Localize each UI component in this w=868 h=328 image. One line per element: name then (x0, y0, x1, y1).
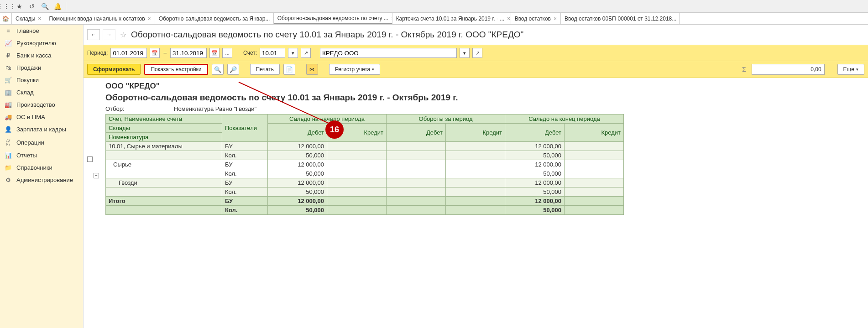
sidebar-icon: ⚙ (5, 177, 12, 183)
report-table: Счет, Наименование счета Показатели Саль… (105, 114, 624, 215)
dash: – (162, 50, 167, 56)
calendar-to-icon[interactable]: 📅 (209, 48, 220, 58)
close-icon[interactable]: × (554, 16, 557, 22)
org-dropdown-icon[interactable]: ▾ (460, 48, 470, 58)
col-nomen: Номенклатура (106, 133, 222, 142)
apps-icon[interactable]: ⋮⋮⋮ (2, 2, 11, 11)
col-account: Счет, Наименование счета (106, 115, 222, 124)
table-row[interactable]: ГвоздиБУ12 000,0012 000,00 (106, 178, 624, 187)
close-icon[interactable]: × (38, 16, 41, 22)
sidebar-icon: 📊 (5, 152, 12, 159)
period-label: Период: (87, 50, 108, 56)
table-row[interactable]: Кол.50,00050,000 (106, 169, 624, 178)
sidebar-icon: 🏢 (5, 89, 12, 96)
filter-bar: Период: 📅 – 📅 ... Счет: ▾ ↗ ▾ ↗ (84, 45, 868, 61)
history-icon[interactable]: ↺ (27, 2, 37, 11)
sidebar-item-0[interactable]: ≡Главное (0, 25, 83, 37)
company-name: ООО "КРЕДО" (105, 82, 864, 91)
collapse-handle[interactable]: − (87, 156, 93, 162)
date-to-input[interactable] (170, 48, 207, 58)
tab-4[interactable]: Карточка счета 10.01 за Январь 2019 г. -… (392, 13, 511, 24)
account-dropdown-icon[interactable]: ▾ (288, 48, 298, 58)
close-icon[interactable]: × (507, 16, 510, 22)
sidebar-label: Банк и касса (16, 52, 52, 59)
home-tab[interactable]: 🏠 (0, 13, 12, 24)
close-icon[interactable]: × (148, 16, 151, 22)
col-indicators: Показатели (222, 115, 268, 142)
close-icon[interactable]: × (679, 16, 680, 22)
show-settings-button[interactable]: Показать настройки (144, 64, 208, 75)
sidebar-icon: 🛒 (5, 77, 12, 83)
sidebar-item-1[interactable]: 📈Руководителю (0, 37, 83, 49)
tab-3[interactable]: Оборотно-сальдовая ведомость по счету ..… (274, 13, 392, 24)
table-row[interactable]: СырьеБУ12 000,0012 000,00 (106, 160, 624, 169)
date-from-input[interactable] (110, 48, 147, 58)
more-button[interactable]: Еще ▾ (837, 64, 864, 75)
sidebar: ≡Главное📈Руководителю₽Банк и касса🛍Прода… (0, 25, 84, 328)
sidebar-label: Продажи (16, 64, 41, 71)
page-header: ← → ☆ Оборотно-сальдовая ведомость по сч… (84, 25, 868, 45)
col-credit: Кредит (446, 124, 505, 142)
nav-back-button[interactable]: ← (87, 29, 100, 40)
account-open-icon[interactable]: ↗ (301, 48, 311, 58)
account-input[interactable] (260, 48, 285, 58)
sidebar-label: Зарплата и кадры (16, 126, 66, 133)
system-toolbar: ⋮⋮⋮ ★ ↺ 🔍 🔔 (0, 0, 868, 13)
table-row[interactable]: Кол.50,00050,000 (106, 151, 624, 160)
tab-0[interactable]: Склады× (12, 13, 45, 24)
sidebar-icon: ≡ (5, 27, 12, 34)
sidebar-item-5[interactable]: 🏢Склад (0, 86, 83, 99)
sidebar-label: Отчеты (16, 152, 37, 159)
tab-2[interactable]: Оборотно-сальдовая ведомость за Январ...… (155, 13, 274, 24)
period-picker-button[interactable]: ... (222, 48, 232, 58)
print-button[interactable]: Печать (250, 64, 280, 75)
find-icon[interactable]: 🔍 (212, 64, 224, 75)
sidebar-icon: 👤 (5, 126, 12, 133)
calendar-from-icon[interactable]: 📅 (150, 48, 160, 58)
sidebar-label: Операции (16, 139, 44, 146)
favorite-icon[interactable]: ☆ (118, 30, 128, 40)
account-label: Счет: (243, 50, 257, 56)
action-bar: Сформировать Показать настройки 🔍 🔎 Печа… (84, 61, 868, 78)
tab-1[interactable]: Помощник ввода начальных остатков× (45, 13, 155, 24)
col-debit: Дебет (268, 124, 327, 142)
sidebar-item-9[interactable]: Дт КтОперации (0, 135, 83, 149)
preview-icon[interactable]: 📄 (283, 64, 295, 75)
sidebar-item-7[interactable]: 🚚ОС и НМА (0, 111, 83, 123)
collapse-handle[interactable]: − (94, 173, 99, 178)
col-turnover: Обороты за период (387, 115, 505, 124)
sidebar-icon: 📁 (5, 164, 12, 171)
sidebar-label: Покупки (16, 77, 39, 83)
filter-line: Отбор: Номенклатура Равно "Гвозди" (105, 105, 864, 112)
sidebar-item-10[interactable]: 📊Отчеты (0, 149, 83, 161)
tab-6[interactable]: Ввод остатков 00БП-000001 от 31.12.2018.… (561, 13, 680, 24)
sidebar-item-11[interactable]: 📁Справочники (0, 161, 83, 174)
separator (66, 2, 66, 10)
sidebar-item-12[interactable]: ⚙Администрирование (0, 174, 83, 186)
col-debit: Дебет (505, 124, 565, 142)
sidebar-label: Руководителю (16, 40, 56, 47)
sidebar-item-2[interactable]: ₽Банк и касса (0, 49, 83, 62)
sidebar-item-8[interactable]: 👤Зарплата и кадры (0, 123, 83, 135)
tab-5[interactable]: Ввод остатков× (511, 13, 561, 24)
sidebar-item-3[interactable]: 🛍Продажи (0, 62, 83, 74)
nav-forward-button[interactable]: → (103, 29, 115, 40)
email-icon[interactable]: ✉ (306, 64, 318, 75)
sidebar-item-4[interactable]: 🛒Покупки (0, 74, 83, 86)
col-credit: Кредит (327, 124, 387, 142)
bell-icon[interactable]: 🔔 (53, 2, 62, 11)
table-row[interactable]: 10.01, Сырье и материалыБУ12 000,0012 00… (106, 142, 624, 151)
star-icon[interactable]: ★ (15, 2, 24, 11)
sidebar-label: ОС и НМА (16, 114, 45, 120)
tabs-bar: 🏠 Склады×Помощник ввода начальных остатк… (0, 13, 868, 25)
org-open-icon[interactable]: ↗ (472, 48, 482, 58)
search-icon[interactable]: 🔍 (40, 2, 49, 11)
sidebar-item-6[interactable]: 🏭Производство (0, 99, 83, 111)
register-button[interactable]: Регистр учета ▾ (329, 64, 380, 75)
sidebar-label: Администрирование (16, 177, 73, 183)
generate-button[interactable]: Сформировать (87, 64, 141, 75)
sidebar-icon: 🚚 (5, 114, 12, 120)
table-row[interactable]: Кол.50,00050,000 (106, 187, 624, 197)
find-next-icon[interactable]: 🔎 (227, 64, 239, 75)
org-input[interactable] (320, 48, 457, 58)
